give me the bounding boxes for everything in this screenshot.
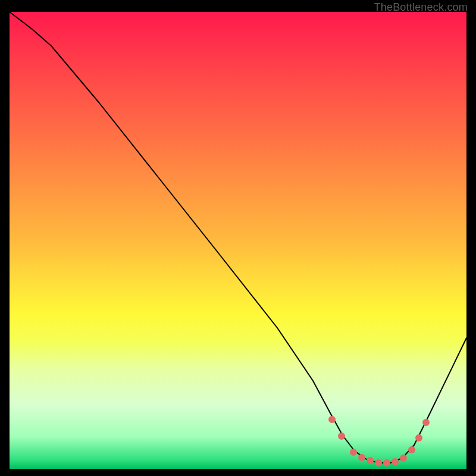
curve-marker [338, 433, 345, 440]
curve-marker [375, 459, 382, 466]
curve-marker [400, 455, 407, 462]
curve-marker [367, 457, 374, 464]
curve-marker [358, 454, 365, 461]
chart-container: TheBottleneck.com [0, 0, 476, 476]
curve-marker [392, 458, 399, 465]
curve-marker [415, 434, 422, 441]
curve-marker [328, 416, 336, 423]
bottleneck-curve [10, 12, 466, 463]
curve-marker [383, 459, 390, 466]
curve-layer [10, 12, 466, 469]
curve-markers [328, 416, 430, 466]
curve-marker [422, 419, 430, 426]
plot-area [10, 12, 466, 469]
curve-marker [408, 446, 415, 453]
curve-marker [350, 449, 357, 456]
